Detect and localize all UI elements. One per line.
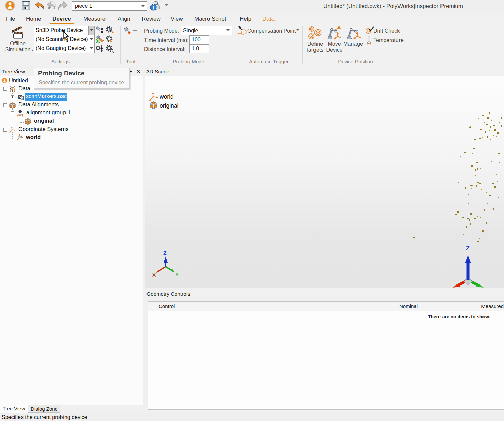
svg-text:Z: Z bbox=[466, 245, 470, 252]
svg-text:Z: Z bbox=[163, 251, 167, 256]
svg-text:X: X bbox=[152, 272, 156, 278]
svg-text:Y: Y bbox=[175, 272, 179, 277]
